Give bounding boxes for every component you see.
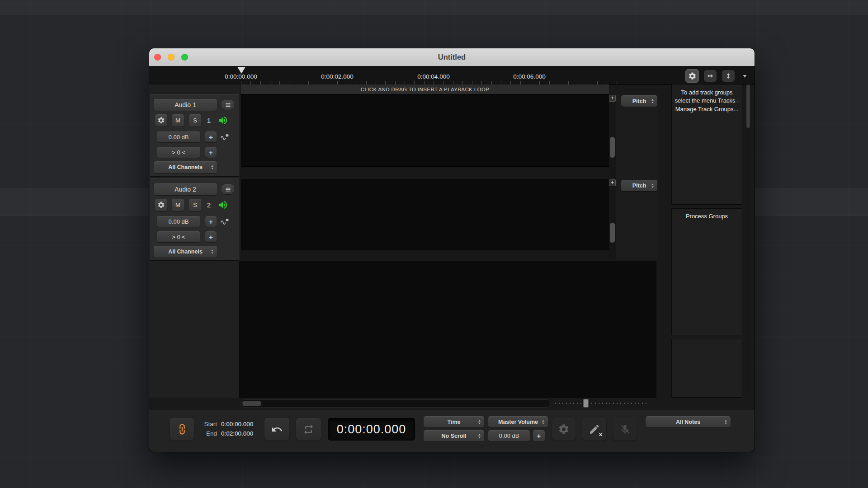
waveform-area[interactable] <box>241 94 609 167</box>
stepper-icon <box>650 99 655 103</box>
effects-settings-button[interactable] <box>552 418 576 441</box>
desktop: { "window": { "title": "Untitled" }, "ru… <box>0 0 868 488</box>
automation-lock-icon[interactable] <box>220 132 229 141</box>
volume-add-button[interactable]: + <box>205 131 217 142</box>
scrollbar-thumb[interactable] <box>242 401 261 406</box>
volume-add-button[interactable]: + <box>205 216 217 227</box>
desktop-band-top <box>0 0 868 15</box>
playhead-marker[interactable] <box>237 67 245 74</box>
menu-icon <box>225 102 231 108</box>
notes-filter-dropdown[interactable]: All Notes <box>646 416 731 427</box>
gear-icon <box>688 72 697 80</box>
pan-add-button[interactable]: + <box>205 147 217 158</box>
pitch-dropdown[interactable]: Pitch <box>621 180 657 191</box>
volume-field[interactable]: 0.00 dB <box>157 131 200 142</box>
loop-bar[interactable]: CLICK AND DRAG TO INSERT A PLAYBACK LOOP <box>241 84 609 94</box>
resize-vertical-icon <box>724 72 732 80</box>
volume-target-dropdown[interactable]: Master Volume <box>488 416 548 427</box>
horizontal-scrollbar[interactable] <box>241 399 551 408</box>
track-header: Audio 2 M S 2 0.00 dB + > 0 < + All Chan… <box>150 178 239 261</box>
ruler-minor-ticks <box>241 81 626 84</box>
loop-bar-label: CLICK AND DRAG TO INSERT A PLAYBACK LOOP <box>361 87 490 92</box>
mute-button[interactable]: M <box>172 114 184 127</box>
undo-icon <box>271 423 283 436</box>
record-input-button[interactable] <box>613 418 637 441</box>
ruler-tick-label: 0:00:06.000 <box>513 73 545 80</box>
speaker-icon[interactable] <box>218 115 228 126</box>
stepper-icon <box>541 419 546 424</box>
track-menu-button[interactable] <box>222 100 234 110</box>
solo-button[interactable]: S <box>189 199 201 211</box>
scroll-mode-dropdown[interactable]: No Scroll <box>424 430 484 441</box>
pitch-value: Pitch <box>632 183 646 189</box>
end-value[interactable]: 0:02:00.000 <box>221 430 253 437</box>
channels-dropdown[interactable]: All Channels <box>154 246 217 258</box>
stepper-icon <box>210 249 215 254</box>
add-effect-button[interactable]: + <box>609 179 616 186</box>
effect-column <box>616 94 658 259</box>
pencil-icon <box>589 423 600 435</box>
link-punch-button[interactable] <box>170 418 194 441</box>
volume-target-value: Master Volume <box>498 419 538 425</box>
menu-icon <box>225 186 231 193</box>
transport-toolbar: Start0:00:00.000 End0:02:00.000 0:00:00.… <box>149 410 755 452</box>
redo-button[interactable] <box>296 418 321 441</box>
automation-lock-icon[interactable] <box>220 217 229 226</box>
waveform-area[interactable] <box>241 179 609 250</box>
track-settings-button[interactable] <box>155 114 167 127</box>
ruler-tick-label: 0:00:04.000 <box>417 73 449 80</box>
channels-value: All Channels <box>168 164 203 170</box>
track-groups-panel: To add track groups select the menu Trac… <box>671 84 742 205</box>
scrollbar-thumb[interactable] <box>610 223 615 243</box>
app-window: Untitled 0:00:00.000 0:00:02.000 0:00:04… <box>149 48 755 452</box>
solo-button[interactable]: S <box>189 114 201 127</box>
notes-filter-value: All Notes <box>676 419 700 425</box>
track-number: 1 <box>203 114 214 127</box>
resize-horizontal-icon <box>706 72 714 80</box>
panel-vertical-scrollbar[interactable] <box>745 84 751 398</box>
track-name: Audio 2 <box>175 186 196 193</box>
mic-muted-icon <box>619 424 631 435</box>
time-display: 0:00:00.000 <box>328 418 415 441</box>
undo-button[interactable] <box>264 418 289 441</box>
stepper-icon <box>723 419 728 424</box>
edit-mode-button[interactable]: × <box>582 418 606 441</box>
stepper-icon <box>650 183 655 188</box>
channels-dropdown[interactable]: All Channels <box>154 161 217 173</box>
volume-field[interactable]: 0.00 dB <box>157 216 200 227</box>
horizontal-zoom-button[interactable] <box>704 70 717 82</box>
vertical-zoom-button[interactable] <box>722 70 735 82</box>
editor-canvas[interactable] <box>239 261 656 398</box>
start-value[interactable]: 0:00:00.000 <box>221 421 253 427</box>
display-mode-dropdown[interactable]: Time <box>424 416 484 427</box>
panel-menu-button[interactable] <box>739 72 750 80</box>
track-menu-button[interactable] <box>222 184 234 194</box>
pan-field[interactable]: > 0 < <box>157 147 200 158</box>
track-name-button[interactable]: Audio 2 <box>154 183 217 195</box>
track-name-button[interactable]: Audio 1 <box>154 99 217 111</box>
display-mode-value: Time <box>448 419 461 425</box>
track-header: Audio 1 M S 1 0.00 dB + > 0 < + All Chan… <box>150 94 239 177</box>
redo-loop-icon <box>303 424 314 435</box>
pan-field[interactable]: > 0 < <box>157 231 200 242</box>
master-volume-add-button[interactable]: + <box>533 430 545 441</box>
gear-icon <box>157 201 165 209</box>
mute-button[interactable]: M <box>172 199 184 211</box>
channels-value: All Channels <box>168 249 203 255</box>
scrollbar-thumb[interactable] <box>746 85 750 128</box>
pitch-value: Pitch <box>632 98 646 104</box>
master-volume-field[interactable]: 0.00 dB <box>488 430 530 441</box>
process-groups-label: Process Groups <box>672 213 742 220</box>
scrollbar-thumb[interactable] <box>610 137 615 158</box>
link-icon <box>176 423 189 436</box>
punch-range: Start0:00:00.000 End0:02:00.000 <box>199 419 253 438</box>
add-effect-button[interactable]: + <box>609 95 616 102</box>
track-groups-settings-button[interactable] <box>685 69 699 83</box>
pan-add-button[interactable]: + <box>205 231 217 242</box>
zoom-slider-thumb[interactable] <box>583 399 589 408</box>
speaker-icon[interactable] <box>218 200 228 210</box>
pitch-dropdown[interactable]: Pitch <box>621 95 657 107</box>
title-bar[interactable]: Untitled <box>149 48 755 66</box>
start-label: Start <box>199 419 217 429</box>
track-settings-button[interactable] <box>155 199 167 211</box>
